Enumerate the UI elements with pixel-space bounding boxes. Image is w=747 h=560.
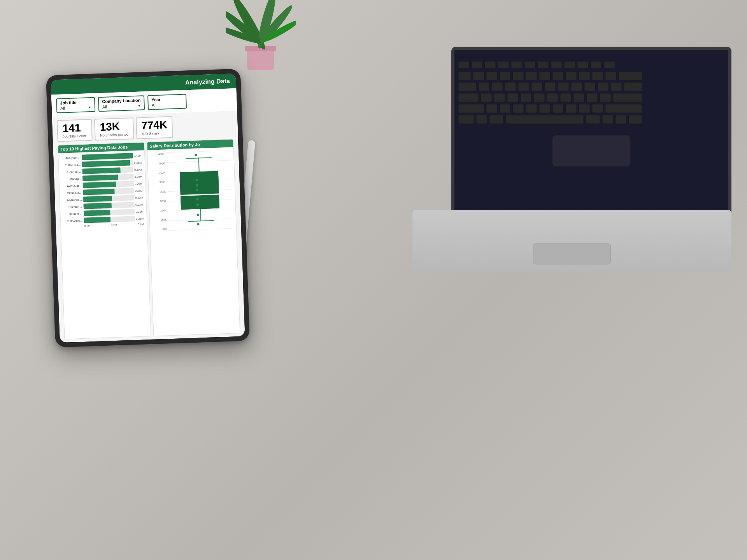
svg-rect-23	[486, 72, 497, 80]
bar-fill-2	[82, 167, 120, 174]
metric-max-salary-value: 774K	[141, 119, 168, 131]
bar-fill-5	[83, 189, 114, 195]
bar-label-2: Head of ...	[62, 170, 81, 174]
bar-label-7: Director ...	[63, 205, 82, 209]
svg-rect-32	[605, 72, 616, 80]
filter-company-location-label: Company Location	[102, 98, 140, 103]
svg-rect-61	[500, 104, 510, 113]
svg-rect-67	[579, 104, 590, 113]
svg-rect-36	[492, 82, 503, 91]
plant-decoration	[226, 0, 296, 74]
svg-rect-18	[577, 61, 588, 68]
svg-rect-57	[600, 93, 611, 102]
boxplot-y-axis: 450K 400K 350K 300K 250K 200K 150K 100K …	[151, 152, 167, 231]
filter-company-location-select[interactable]: All ▼	[102, 103, 141, 109]
svg-rect-40	[545, 82, 556, 91]
bar-value-7: 0.22M	[135, 203, 143, 206]
svg-rect-22	[473, 72, 484, 80]
svg-rect-63	[526, 104, 537, 113]
filter-year[interactable]: Year All	[147, 94, 187, 110]
svg-rect-45	[611, 82, 622, 91]
bar-row-8: Head of ... 0.21M	[63, 208, 143, 217]
bar-value-0: 0.40M	[134, 154, 142, 157]
svg-rect-34	[458, 82, 476, 91]
svg-rect-64	[539, 104, 550, 113]
laptop-screen	[451, 47, 731, 218]
bar-value-8: 0.21M	[136, 210, 144, 213]
svg-rect-38	[518, 82, 529, 91]
bar-label-4: AWS Dat...	[63, 184, 81, 188]
bar-value-1: 0.38M	[134, 161, 142, 164]
filter-job-title-select[interactable]: All ▼	[60, 105, 91, 111]
bar-track-4	[83, 181, 134, 188]
bar-value-6: 0.23M	[135, 196, 143, 199]
bar-track-2	[82, 167, 133, 174]
bar-label-0: Analytics ...	[61, 156, 80, 160]
ipad: Analyzing Data Job title All ▼ Company L…	[46, 68, 250, 347]
dashboard: Analyzing Data Job title All ▼ Company L…	[51, 74, 245, 343]
svg-rect-59	[458, 104, 484, 113]
svg-rect-66	[566, 104, 577, 113]
metric-jobs-posted-label: No of Jobs posted	[100, 133, 128, 138]
metric-max-salary-label: Max Salary	[142, 131, 168, 136]
svg-rect-68	[592, 104, 603, 113]
boxplot-chart: Salary Distribution by Jo 450K 400K 350K…	[147, 139, 240, 336]
bar-label-9: Data Anal...	[64, 219, 82, 223]
bar-axis-1: 0.2M	[111, 224, 117, 227]
chevron-down-icon: ▼	[88, 105, 91, 109]
touchpad	[533, 243, 611, 264]
bar-fill-8	[84, 210, 110, 216]
metric-job-title-count: 141 Job Title Count	[57, 119, 93, 142]
svg-rect-33	[619, 72, 642, 80]
svg-rect-37	[505, 82, 516, 91]
filter-year-label: Year	[151, 96, 182, 102]
svg-rect-56	[587, 93, 598, 102]
svg-rect-15	[538, 61, 549, 68]
svg-rect-75	[602, 115, 613, 124]
bar-row-7: Director ... 0.22M	[63, 201, 143, 210]
svg-rect-31	[592, 72, 603, 80]
bar-track-3	[82, 174, 133, 181]
filter-company-location[interactable]: Company Location All ▼	[98, 95, 145, 112]
bar-row-3: Manag... 0.28M	[62, 173, 142, 182]
svg-rect-41	[558, 82, 569, 91]
svg-rect-65	[552, 104, 563, 113]
laptop-keyboard	[412, 210, 731, 272]
charts-row: Top 10 Highest Paying Data Jobs Analytic…	[53, 139, 245, 343]
bar-value-9: 0.21M	[136, 217, 144, 220]
dashboard-title: Analyzing Data	[185, 77, 230, 86]
bar-label-3: Manag...	[62, 177, 81, 181]
bar-label-5: Cloud Da...	[63, 191, 81, 195]
bar-value-2: 0.30M	[134, 168, 142, 171]
svg-rect-43	[584, 82, 595, 91]
bar-row-0: Analytics ... 0.40M	[61, 153, 141, 161]
bar-track-6	[83, 195, 134, 202]
svg-rect-76	[615, 115, 626, 124]
bar-row-4: AWS Dat... 0.26M	[63, 180, 142, 189]
filter-year-select[interactable]: All	[152, 102, 183, 108]
svg-rect-42	[571, 82, 582, 91]
bar-axis-2: 0.4M	[138, 222, 144, 226]
svg-rect-13	[511, 61, 522, 68]
bar-value-4: 0.26M	[135, 182, 142, 185]
svg-rect-9	[458, 61, 469, 68]
svg-rect-60	[486, 104, 497, 113]
svg-rect-20	[604, 61, 615, 68]
chevron-down-icon-2: ▼	[138, 104, 141, 107]
bar-fill-7	[84, 203, 112, 209]
svg-rect-12	[498, 61, 509, 68]
bar-axis: 0.0M 0.2M 0.4M	[64, 222, 144, 228]
bar-value-3: 0.28M	[135, 175, 142, 178]
bar-fill-9	[84, 217, 110, 223]
svg-rect-48	[481, 93, 492, 102]
svg-rect-72	[489, 115, 503, 124]
bar-label-8: Head of ...	[63, 212, 82, 216]
metric-max-salary: 774K Max Salary	[135, 116, 173, 139]
boxplot-content	[166, 150, 233, 231]
svg-rect-62	[513, 104, 524, 113]
bar-axis-0: 0.0M	[84, 224, 90, 228]
laptop	[412, 47, 731, 272]
svg-rect-29	[566, 72, 577, 80]
bar-chart-rows: Analytics ... 0.40M Data Scie... 0.38M H…	[61, 153, 144, 224]
filter-job-title[interactable]: Job title All ▼	[56, 97, 95, 113]
